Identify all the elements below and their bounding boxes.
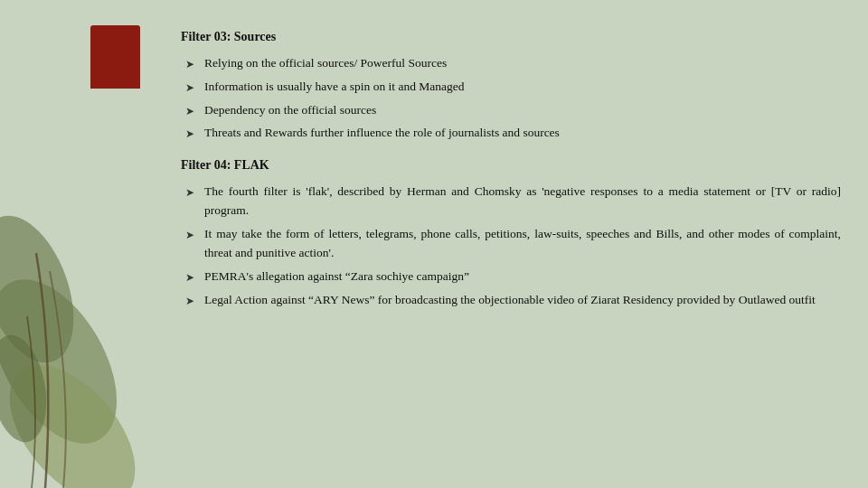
bullet-text: Relying on the official sources/ Powerfu… (204, 54, 841, 73)
bullet-icon: ➤ (181, 269, 199, 286)
bullet-icon: ➤ (181, 56, 199, 73)
list-item: ➤ Legal Action against “ARY News” for br… (181, 291, 850, 310)
bullet-text: Dependency on the official sources (204, 101, 841, 120)
bullet-text: PEMRA's allegation against “Zara sochiye… (204, 267, 841, 286)
bullet-text: The fourth filter is 'flak', described b… (204, 183, 841, 221)
filter04-title: Filter 04: FLAK (181, 155, 850, 175)
bullet-icon: ➤ (181, 103, 199, 120)
list-item: ➤ Relying on the official sources/ Power… (181, 54, 850, 73)
list-item: ➤ Threats and Rewards further influence … (181, 124, 850, 143)
filter03-bullets: ➤ Relying on the official sources/ Power… (181, 54, 850, 144)
bullet-icon: ➤ (181, 293, 199, 310)
bullet-text: It may take the form of letters, telegra… (204, 225, 841, 263)
bullet-text: Legal Action against “ARY News” for broa… (204, 291, 841, 310)
list-item: ➤ Information is usually have a spin on … (181, 78, 850, 97)
bullet-text: Threats and Rewards further influence th… (204, 124, 841, 143)
main-content: Filter 03: Sources ➤ Relying on the offi… (181, 27, 850, 470)
red-tab (90, 25, 140, 89)
bullet-icon: ➤ (181, 184, 199, 202)
bullet-text: Information is usually have a spin on it… (204, 78, 841, 97)
list-item: ➤ PEMRA's allegation against “Zara sochi… (181, 267, 850, 286)
list-item: ➤ The fourth filter is 'flak', described… (181, 183, 850, 221)
bullet-icon: ➤ (181, 80, 199, 97)
bullet-icon: ➤ (181, 126, 199, 143)
list-item: ➤ It may take the form of letters, teleg… (181, 225, 850, 263)
list-item: ➤ Dependency on the official sources (181, 101, 850, 120)
filter03-title: Filter 03: Sources (181, 27, 850, 47)
filter04-bullets: ➤ The fourth filter is 'flak', described… (181, 183, 850, 310)
bullet-icon: ➤ (181, 227, 199, 244)
